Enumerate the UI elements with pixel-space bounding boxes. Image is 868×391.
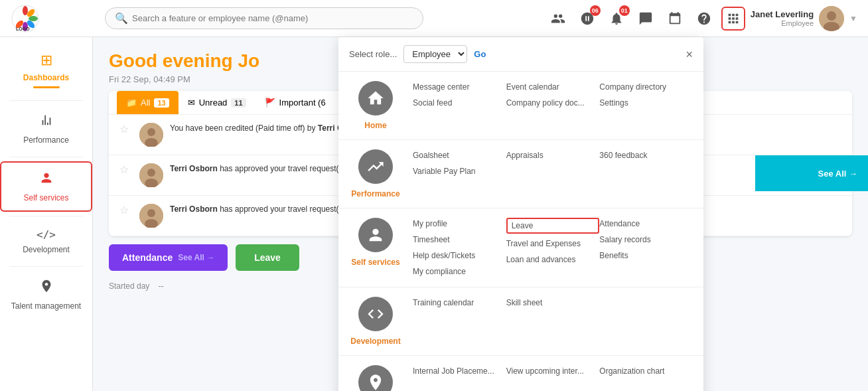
leave-label: Leave: [254, 252, 281, 263]
link-my-compliance[interactable]: My compliance: [413, 266, 506, 277]
sidebar-item-development[interactable]: </> Development: [0, 220, 92, 262]
star-icon-3[interactable]: ☆: [119, 204, 129, 216]
close-button[interactable]: ×: [686, 48, 693, 60]
chat-icon-btn[interactable]: [634, 7, 658, 31]
sidebar-divider-1: [9, 100, 83, 101]
header: LOGO 🔍 06 01: [0, 0, 868, 37]
link-appraisals[interactable]: Appraisals: [506, 149, 600, 161]
tab-important-label: Important (6: [279, 98, 326, 108]
user-avatar[interactable]: [819, 6, 844, 31]
svg-point-1: [23, 6, 28, 15]
header-icons: 06 01: [546, 7, 745, 31]
tab-all[interactable]: 📁 All 13: [117, 91, 179, 114]
see-all-panel: See All →: [755, 155, 868, 191]
section-tm-icon-col: Talent management: [349, 365, 402, 391]
search-bar[interactable]: 🔍: [105, 7, 423, 29]
logo-icon: LOGO: [11, 4, 40, 33]
tab-important[interactable]: 🚩 Important (6: [255, 91, 335, 114]
home-icon-circle: [358, 81, 393, 116]
apps-icon-btn[interactable]: [721, 7, 745, 31]
link-360-feedback[interactable]: 360 feedback: [599, 149, 693, 161]
section-perf-row-1: Goalsheet Variable Pay Plan Appraisals 3…: [413, 149, 693, 177]
star-icon-2[interactable]: ☆: [119, 163, 129, 176]
people-icon: [551, 11, 565, 26]
user-info: Janet Leverling Employee ▼: [751, 6, 857, 31]
link-leave[interactable]: Leave: [506, 218, 600, 234]
see-all-button[interactable]: See All →: [818, 169, 857, 179]
link-helpdesk[interactable]: Help desk/Tickets: [413, 250, 506, 262]
tab-unread-label: Unread: [199, 98, 228, 108]
svg-text:LOGO: LOGO: [16, 27, 30, 31]
link-upcoming-interviews[interactable]: View upcoming inter...: [506, 365, 600, 377]
section-ss-name: Self services: [351, 258, 399, 267]
notif-avatar-3: [139, 204, 163, 228]
link-loan-advances[interactable]: Loan and advances: [506, 254, 600, 266]
notification-icon-btn[interactable]: 01: [605, 7, 628, 31]
link-benefits[interactable]: Benefits: [599, 250, 693, 262]
dashboard-icon: ⊞: [40, 52, 52, 69]
go-button[interactable]: Go: [474, 49, 486, 59]
section-ss-row-1: My profile Timesheet Help desk/Tickets M…: [413, 218, 693, 277]
sidebar-item-talent-management[interactable]: Talent management: [0, 271, 92, 319]
star-icon-1[interactable]: ☆: [119, 123, 129, 135]
ss-icon-circle: [358, 218, 393, 252]
tm-icon-circle: [358, 365, 393, 391]
sidebar-item-self-services[interactable]: Self services: [0, 161, 92, 212]
started-day-value: --: [159, 281, 164, 291]
role-dropdown: Select role... Employee Manager Admin Go…: [338, 37, 703, 391]
sidebar-item-label: Self services: [23, 193, 68, 202]
link-company-policy[interactable]: Company policy doc...: [506, 97, 600, 109]
section-home-row-1: Message center Social feed Event calenda…: [413, 81, 693, 109]
link-salary-records[interactable]: Salary records: [599, 234, 693, 246]
section-home-icon-col: Home: [349, 81, 402, 130]
user-name: Janet Leverling: [751, 9, 814, 19]
notif-avatar-1: [139, 123, 163, 147]
tab-all-label: All: [141, 98, 150, 108]
link-skill-sheet[interactable]: Skill sheet: [506, 297, 600, 309]
svg-point-3: [29, 16, 38, 21]
sidebar: ⊞ Dashboards Performance Self services <…: [0, 37, 93, 391]
link-settings[interactable]: Settings: [599, 97, 693, 109]
link-event-calendar[interactable]: Event calendar: [506, 81, 600, 93]
section-dev-links: Training calendar Skill sheet: [413, 297, 693, 346]
user-name-role: Janet Leverling Employee: [751, 9, 814, 27]
groups-badge: 06: [590, 5, 601, 16]
groups-icon-btn[interactable]: 06: [575, 7, 599, 31]
section-self-services: Self services My profile Timesheet Help …: [338, 208, 703, 287]
link-my-profile[interactable]: My profile: [413, 218, 506, 230]
performance-icon-circle: [358, 149, 393, 184]
link-internal-job[interactable]: Internal Job Placeme...: [413, 365, 506, 377]
leave-button[interactable]: Leave: [236, 244, 299, 271]
started-day-label: Started day: [109, 281, 149, 291]
link-variable-pay[interactable]: Variable Pay Plan: [413, 165, 506, 177]
development-icon: </>: [36, 228, 56, 241]
sidebar-item-performance[interactable]: Performance: [0, 105, 92, 153]
chevron-down-icon: ▼: [849, 14, 857, 23]
notif-text-1: You have been credited (Paid time off) b…: [170, 123, 366, 134]
sidebar-item-dashboards[interactable]: ⊞ Dashboards: [0, 44, 92, 96]
people-icon-btn[interactable]: [546, 7, 570, 31]
tab-unread[interactable]: ✉ Unread 11: [179, 91, 255, 114]
link-attendance[interactable]: Attendance: [599, 218, 693, 230]
sidebar-item-label: Performance: [23, 135, 69, 145]
section-tm-links: Internal Job Placeme... View upcoming in…: [413, 365, 693, 391]
help-icon-btn[interactable]: [692, 7, 716, 31]
attendance-button[interactable]: Attendance See All →: [109, 244, 228, 271]
sidebar-item-label: Development: [23, 245, 70, 254]
section-performance-links: Goalsheet Variable Pay Plan Appraisals 3…: [413, 149, 693, 198]
link-message-center[interactable]: Message center: [413, 81, 506, 93]
tab-all-count: 13: [154, 98, 169, 108]
sidebar-item-label: Dashboards: [23, 73, 69, 82]
link-company-directory[interactable]: Company directory: [599, 81, 693, 93]
svg-point-16: [147, 169, 155, 177]
search-input[interactable]: [132, 13, 413, 23]
link-timesheet[interactable]: Timesheet: [413, 234, 506, 246]
link-travel-expenses[interactable]: Travel and Expenses: [506, 238, 600, 250]
link-social-feed[interactable]: Social feed: [413, 97, 506, 109]
link-org-chart[interactable]: Organization chart: [599, 365, 693, 377]
role-select[interactable]: Employee Manager Admin: [403, 45, 467, 63]
section-home-links: Message center Social feed Event calenda…: [413, 81, 693, 130]
link-goalsheet[interactable]: Goalsheet: [413, 149, 506, 161]
link-training-calendar[interactable]: Training calendar: [413, 297, 506, 309]
calendar-icon-btn[interactable]: [663, 7, 687, 31]
